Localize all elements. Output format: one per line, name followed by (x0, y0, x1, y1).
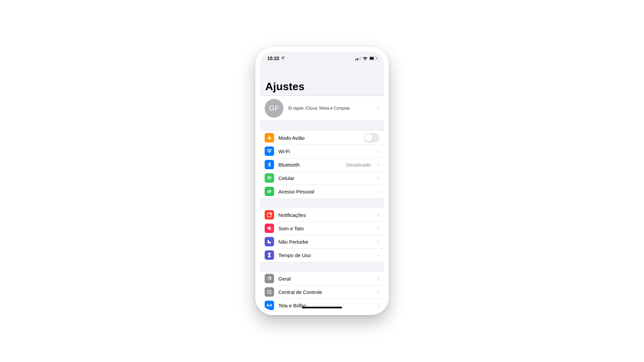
svg-point-10 (268, 291, 269, 291)
row-do-not-disturb[interactable]: Não Perturbe › (260, 235, 384, 248)
row-label: Bluetooth (278, 162, 341, 168)
row-label: Geral (278, 276, 373, 282)
row-label: Tempo de Uso (278, 252, 373, 258)
wifi-settings-icon (265, 146, 274, 156)
chevron-right-icon: › (377, 212, 379, 218)
row-label: Acesso Pessoal (278, 189, 373, 194)
status-bar: 15:22 (260, 52, 384, 65)
hourglass-icon (265, 250, 274, 260)
home-indicator[interactable] (302, 307, 342, 308)
group-general: Geral › Central de Controle › AA (260, 272, 384, 310)
airplane-icon (265, 133, 274, 142)
row-bluetooth[interactable]: Bluetooth Desativado › (260, 158, 384, 171)
battery-icon (369, 56, 377, 60)
settings-list[interactable]: GF ID Apple, iCloud, Mídia e Compras › M… (260, 96, 384, 310)
svg-rect-1 (357, 58, 358, 60)
page-header: Ajustes (260, 65, 384, 96)
row-label: Não Perturbe (278, 239, 373, 245)
row-screen-time[interactable]: Tempo de Uso › (260, 248, 384, 262)
row-label: Celular (278, 175, 373, 181)
phone-screen: 15:22 (260, 52, 384, 310)
row-display-brightness[interactable]: AA Tela e Brilho › (260, 299, 384, 310)
page-title: Ajustes (265, 80, 379, 93)
row-control-center[interactable]: Central de Controle › (260, 285, 384, 299)
row-sounds[interactable]: Som e Tato › (260, 222, 384, 235)
airplane-toggle[interactable] (364, 133, 379, 142)
chevron-right-icon: › (377, 302, 379, 308)
svg-rect-2 (359, 57, 360, 60)
row-airplane-mode[interactable]: Modo Avião (260, 131, 384, 144)
row-hotspot[interactable]: Acesso Pessoal › (260, 185, 384, 198)
section-gap (260, 198, 384, 208)
chevron-right-icon: › (377, 239, 379, 245)
avatar: GF (265, 99, 283, 118)
chevron-right-icon: › (377, 148, 379, 154)
row-notifications[interactable]: Notificações › (260, 208, 384, 222)
svg-rect-5 (370, 57, 374, 59)
antenna-icon (265, 173, 274, 183)
row-value: Desativado (346, 162, 371, 168)
chevron-right-icon: › (377, 225, 379, 231)
row-label: Wi-Fi (278, 148, 373, 154)
notification-icon (265, 210, 274, 220)
group-connectivity: Modo Avião Wi-Fi › Bluetooth (260, 131, 384, 198)
svg-rect-11 (267, 293, 271, 294)
svg-rect-3 (360, 57, 361, 60)
profile-text: ID Apple, iCloud, Mídia e Compras (288, 106, 373, 111)
row-cellular[interactable]: Celular › (260, 171, 384, 185)
row-label: Notificações (278, 212, 373, 218)
bluetooth-icon (265, 160, 274, 169)
svg-rect-9 (267, 290, 271, 292)
chevron-right-icon: › (377, 175, 379, 181)
row-label: Som e Tato (278, 226, 373, 231)
row-wifi[interactable]: Wi-Fi › (260, 144, 384, 158)
section-gap (260, 121, 384, 131)
location-services-icon (281, 56, 285, 61)
chevron-right-icon: › (377, 105, 379, 111)
group-notifications: Notificações › Som e Tato › Nã (260, 208, 384, 262)
profile-subtitle: ID Apple, iCloud, Mídia e Compras (288, 106, 373, 111)
cellular-signal-icon (356, 57, 361, 60)
row-general[interactable]: Geral › (260, 272, 384, 285)
avatar-initials: GF (269, 104, 279, 113)
svg-point-12 (270, 293, 271, 293)
svg-rect-0 (356, 59, 357, 60)
chevron-right-icon: › (377, 162, 379, 168)
svg-point-8 (270, 213, 272, 215)
chevron-right-icon: › (377, 276, 379, 282)
svg-rect-6 (377, 58, 377, 59)
text-size-icon: AA (265, 301, 274, 310)
section-gap (260, 262, 384, 272)
status-time: 15:22 (267, 56, 279, 61)
phone-frame: 15:22 (255, 47, 389, 315)
chevron-right-icon: › (377, 252, 379, 258)
chevron-right-icon: › (377, 289, 379, 295)
speaker-icon (265, 224, 274, 233)
moon-icon (265, 237, 274, 246)
chevron-right-icon: › (377, 188, 379, 194)
switches-icon (265, 287, 274, 297)
hotspot-icon (265, 187, 274, 196)
row-label: Central de Controle (278, 289, 373, 295)
apple-id-row[interactable]: GF ID Apple, iCloud, Mídia e Compras › (260, 96, 384, 121)
status-right (356, 56, 377, 60)
wifi-icon (363, 57, 368, 60)
row-label: Modo Avião (278, 135, 360, 141)
gear-icon (265, 274, 274, 283)
status-left: 15:22 (267, 56, 285, 61)
